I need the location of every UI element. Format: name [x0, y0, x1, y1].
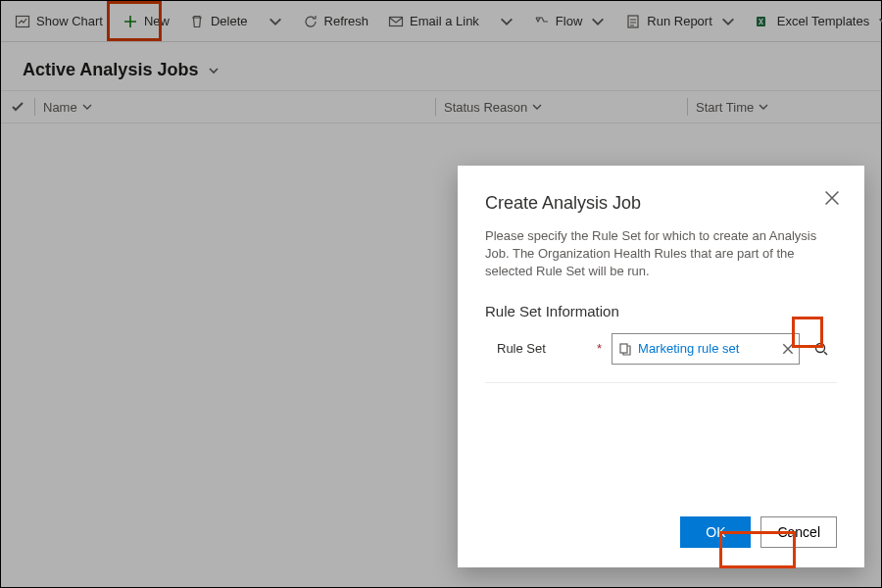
rule-set-lookup-value: Marketing rule set: [638, 341, 775, 356]
rule-set-field-label: Rule Set: [485, 341, 591, 356]
rule-set-lookup-search-button[interactable]: [806, 333, 837, 365]
field-divider: [485, 382, 837, 383]
search-icon: [813, 341, 829, 357]
dynamics-app: Show Chart New Delete Refresh Email a Li…: [0, 0, 882, 588]
rule-set-field-row: Rule Set * Marketing rule set: [485, 333, 837, 365]
dialog-section-heading: Rule Set Information: [485, 303, 837, 319]
dialog-close-button[interactable]: [823, 189, 841, 207]
clear-lookup-icon[interactable]: [781, 342, 795, 356]
rule-set-lookup[interactable]: Marketing rule set: [612, 333, 800, 365]
cancel-button[interactable]: Cancel: [760, 516, 837, 548]
dialog-description: Please specify the Rule Set for which to…: [485, 227, 837, 281]
ok-button[interactable]: OK: [680, 516, 751, 548]
dialog-footer: OK Cancel: [485, 516, 837, 548]
close-icon: [823, 189, 841, 207]
entity-icon: [618, 342, 632, 356]
svg-point-6: [816, 343, 825, 352]
svg-rect-5: [620, 344, 627, 353]
dialog-title: Create Analysis Job: [485, 193, 837, 214]
required-indicator: *: [597, 341, 602, 356]
create-analysis-job-dialog: Create Analysis Job Please specify the R…: [458, 166, 864, 567]
